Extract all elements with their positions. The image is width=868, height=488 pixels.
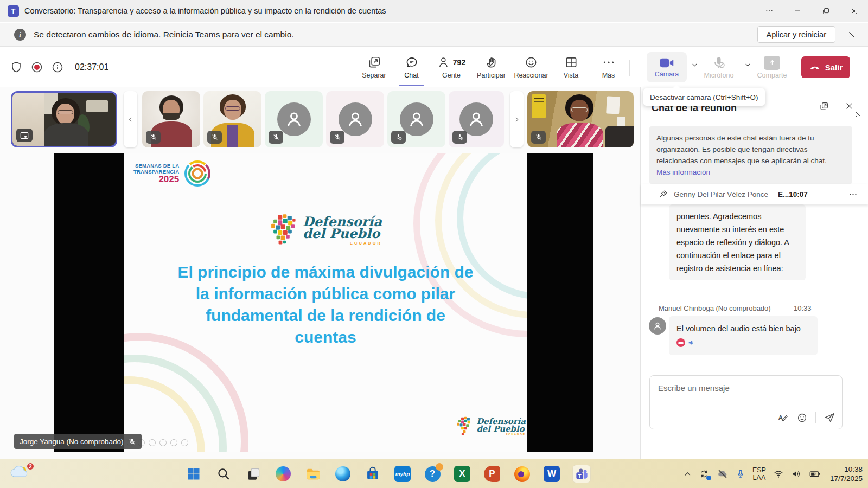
chat-popout-icon[interactable] xyxy=(819,101,829,111)
task-view-button[interactable] xyxy=(244,465,263,483)
widgets-badge: 2 xyxy=(26,462,35,471)
teams-logo-icon: T xyxy=(8,5,19,17)
tray-microphone-icon[interactable] xyxy=(736,469,745,479)
camera-tooltip: Desactivar cámara (Ctrl+Shift+O) xyxy=(643,88,765,106)
slide-title: El principio de máxima divulgación de la… xyxy=(152,261,499,348)
language-indicator[interactable]: ESP LAA xyxy=(752,466,766,481)
grid-view-icon xyxy=(564,55,578,69)
pinned-more-icon[interactable] xyxy=(848,190,858,199)
defensoria-logo: Defensoría del Pueblo ECUADOR xyxy=(269,214,382,247)
share-button[interactable]: Comparte xyxy=(753,52,791,82)
window-more-icon[interactable] xyxy=(755,0,783,22)
chat-button[interactable]: Chat xyxy=(393,47,430,87)
raise-hand-button[interactable]: Participar xyxy=(473,47,510,87)
teams-icon[interactable]: T xyxy=(572,465,591,483)
pinned-author: Genny Del Pilar Vélez Ponce xyxy=(674,190,768,198)
view-button[interactable]: Vista xyxy=(552,47,590,87)
restore-icon[interactable] xyxy=(812,0,840,22)
edge-icon[interactable] xyxy=(334,465,352,483)
hp-support-icon[interactable]: ? xyxy=(423,465,442,483)
myhp-icon[interactable]: myhp xyxy=(393,465,412,483)
battery-icon[interactable] xyxy=(809,468,821,480)
decorative-ring xyxy=(124,333,248,452)
copilot-icon[interactable] xyxy=(274,465,292,483)
no-entry-emoji xyxy=(676,338,685,347)
chat-panel: Chat de la reunión Algunas personas de e… xyxy=(640,87,868,459)
recording-icon xyxy=(30,61,43,74)
people-button[interactable]: 792 Gente xyxy=(430,47,473,87)
pinned-message-bar[interactable]: Genny Del Pilar Vélez Ponce E...10:07 xyxy=(641,184,868,204)
clock[interactable]: 10:38 17/7/2025 xyxy=(830,465,863,483)
picture-in-picture-icon[interactable] xyxy=(16,129,33,142)
toolbar-actions: Separar Chat 792 Gente Participar Rea xyxy=(355,47,627,87)
meeting-info-icon[interactable] xyxy=(51,61,64,74)
chat-close-icon[interactable] xyxy=(845,101,854,111)
breakout-button[interactable]: Separar xyxy=(355,47,393,87)
participant-avatar-tile[interactable] xyxy=(449,91,504,147)
minimize-icon[interactable] xyxy=(783,0,812,22)
defensoria-logo-small: Defensoría del Pueblo ECUADOR xyxy=(456,416,526,437)
microphone-options-chevron[interactable] xyxy=(744,61,751,68)
notice-close-icon[interactable] xyxy=(854,110,863,119)
shield-icon[interactable] xyxy=(10,61,23,74)
more-button[interactable]: Más xyxy=(590,47,627,87)
file-explorer-icon[interactable] xyxy=(304,465,322,483)
widgets-button[interactable]: 2 xyxy=(10,464,34,484)
microsoft-store-icon[interactable] xyxy=(363,465,382,483)
mic-muted-icon xyxy=(269,131,283,144)
filmstrip-next-button[interactable] xyxy=(510,91,524,147)
notification-dot xyxy=(436,463,443,471)
participant-video-tile[interactable] xyxy=(203,91,261,147)
powerpoint-icon[interactable]: P xyxy=(483,465,501,483)
banner-close-icon[interactable] xyxy=(840,30,864,39)
close-icon[interactable] xyxy=(840,0,868,22)
mic-muted-icon xyxy=(146,131,161,144)
ecuador-mosaic-icon xyxy=(269,214,298,247)
volume-icon[interactable] xyxy=(791,468,802,479)
microphone-muted-icon xyxy=(711,55,726,70)
onedrive-paused-icon[interactable] xyxy=(717,468,729,480)
mic-unavailable-icon xyxy=(452,131,467,144)
avatar xyxy=(649,317,666,335)
titlebar: T Conversatorio: Transparencia y acceso … xyxy=(0,0,868,22)
firefox-icon[interactable] xyxy=(513,465,531,483)
sync-icon[interactable] xyxy=(699,468,710,479)
spotlight-video-tile[interactable] xyxy=(527,91,634,147)
search-button[interactable] xyxy=(214,465,233,483)
tray-expand-icon[interactable] xyxy=(684,470,692,478)
presenter-control-dot xyxy=(149,439,156,446)
mic-muted-icon xyxy=(330,131,344,144)
apply-restart-button[interactable]: Aplicar y reiniciar xyxy=(757,26,835,43)
chat-active-indicator xyxy=(399,85,424,86)
camera-icon xyxy=(659,56,674,69)
filmstrip-prev-button[interactable] xyxy=(124,91,137,147)
microphone-button[interactable]: Micrófono xyxy=(701,52,737,82)
emoji-icon[interactable] xyxy=(796,412,808,423)
send-icon[interactable] xyxy=(824,412,835,423)
pin-icon xyxy=(658,189,668,200)
camera-options-chevron[interactable] xyxy=(691,61,698,68)
more-info-link[interactable]: Más información xyxy=(656,168,710,176)
presenter-name-label: Jorge Yangua (No comprobado) xyxy=(14,434,142,449)
participant-avatar-tile[interactable] xyxy=(265,91,323,147)
clock-time: 10:38 xyxy=(830,465,863,474)
leave-button[interactable]: Salir xyxy=(801,56,850,78)
wifi-icon[interactable] xyxy=(773,468,784,479)
participant-video-tile[interactable] xyxy=(142,91,200,147)
message-input[interactable] xyxy=(658,383,821,393)
speaker-low-emoji xyxy=(687,338,696,347)
react-button[interactable]: Reaccionar xyxy=(510,47,552,87)
format-icon[interactable]: A xyxy=(777,412,789,423)
excel-icon[interactable]: X xyxy=(453,465,471,483)
mic-muted-icon xyxy=(128,438,136,446)
participant-avatar-tile[interactable] xyxy=(387,91,445,147)
popout-icon xyxy=(367,55,381,69)
start-button[interactable] xyxy=(184,465,203,483)
camera-button[interactable]: Cámara xyxy=(647,52,687,82)
word-icon[interactable]: W xyxy=(542,465,561,483)
message-time: 10:33 xyxy=(794,304,812,312)
self-video-tile[interactable] xyxy=(11,91,117,147)
participant-count: 792 xyxy=(453,58,465,67)
participant-avatar-tile[interactable] xyxy=(326,91,384,147)
share-icon xyxy=(764,56,780,70)
